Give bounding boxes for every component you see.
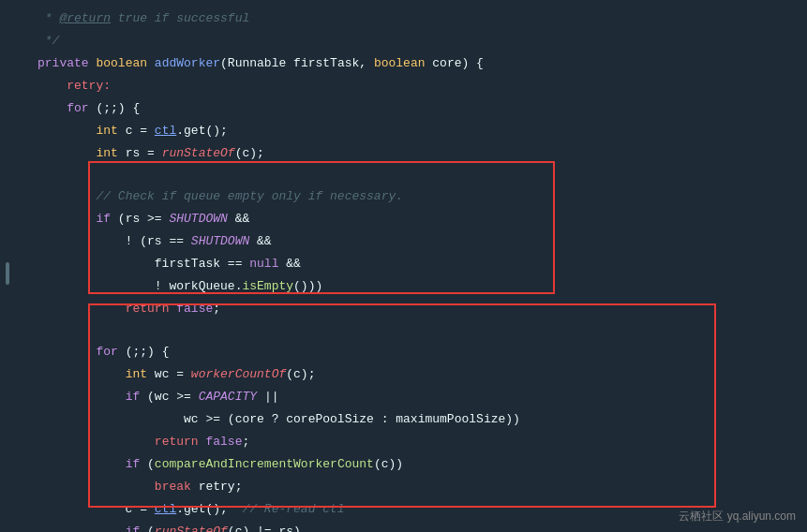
line-text: int rs = runStateOf(c); [28, 143, 807, 164]
code-line-2: */ [0, 30, 807, 52]
watermark: 云栖社区 yq.aliyun.com [679, 509, 796, 525]
code-line-15 [0, 320, 807, 341]
code-line-3: private boolean addWorker(Runnable first… [0, 52, 807, 75]
code-line-18: if (wc >= CAPACITY || [0, 386, 807, 408]
line-text: ! (rs == SHUTDOWN && [28, 231, 807, 252]
code-line-19: wc >= (core ? corePoolSize : maximumPool… [0, 408, 807, 431]
scroll-indicator[interactable] [6, 262, 9, 285]
line-text: */ [28, 31, 807, 52]
line-text: return false; [28, 299, 807, 319]
code-line-16: for (;;) { [0, 341, 807, 363]
line-text: if (compareAndIncrementWorkerCount(c)) [28, 454, 807, 475]
code-line-8 [0, 165, 807, 185]
line-text: if (wc >= CAPACITY || [28, 387, 807, 407]
code-line-9: // Check if queue empty only if necessar… [0, 185, 807, 208]
line-text: private boolean addWorker(Runnable first… [28, 53, 807, 74]
code-line-20: return false; [0, 431, 807, 453]
code-line-10: if (rs >= SHUTDOWN && [0, 208, 807, 230]
line-text: int c = ctl.get(); [28, 121, 807, 141]
code-line-11: ! (rs == SHUTDOWN && [0, 230, 807, 253]
line-text: int wc = workerCountOf(c); [28, 364, 807, 385]
line-text: wc >= (core ? corePoolSize : maximumPool… [28, 409, 807, 430]
line-text: if (rs >= SHUTDOWN && [28, 209, 807, 229]
line-text: for (;;) { [28, 342, 807, 362]
code-line-12: firstTask == null && [0, 253, 807, 275]
code-line-6: int c = ctl.get(); [0, 120, 807, 142]
line-text: retry: [28, 76, 807, 96]
line-text: break retry; [28, 477, 807, 497]
line-text: firstTask == null && [28, 254, 807, 274]
code-viewer: * @return true if successful */ private … [0, 0, 807, 532]
code-line-17: int wc = workerCountOf(c); [0, 363, 807, 386]
code-line-22: break retry; [0, 476, 807, 498]
code-line-1: * @return true if successful [0, 7, 807, 30]
line-text: for (;;) { [28, 98, 807, 119]
line-text: ! workQueue.isEmpty())) [28, 276, 807, 297]
code-line-21: if (compareAndIncrementWorkerCount(c)) [0, 453, 807, 476]
code-line-5: for (;;) { [0, 97, 807, 120]
code-line-13: ! workQueue.isEmpty())) [0, 275, 807, 298]
line-text: * @return true if successful [28, 8, 807, 29]
code-line-7: int rs = runStateOf(c); [0, 142, 807, 165]
code-line-4: retry: [0, 75, 807, 97]
line-text: // Check if queue empty only if necessar… [28, 186, 807, 207]
code-line-14: return false; [0, 298, 807, 320]
line-text: return false; [28, 432, 807, 452]
